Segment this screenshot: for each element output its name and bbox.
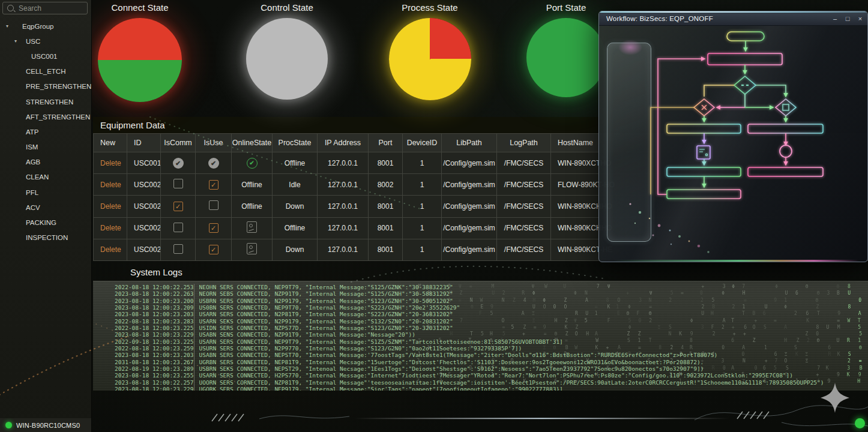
tree-item-aft_strengthen[interactable]: AFT_STRENGTHEN (0, 109, 91, 124)
delete-row-button[interactable]: Delete (100, 245, 121, 254)
log-separator (194, 365, 194, 372)
tree-item-inspection[interactable]: INSPECTION (0, 230, 91, 245)
table-cell: Offline (273, 152, 318, 174)
decision-node[interactable] (734, 76, 756, 94)
log-console[interactable]: 2022-08-18 12:00:22.253NEOHN SERS CONNEC… (93, 281, 868, 391)
tree-item-ism[interactable]: ISM (0, 140, 91, 155)
tree-item-cell_etch[interactable]: CELL_ETCH (0, 64, 91, 79)
tree-item-label: CELL_ETCH (0, 68, 65, 75)
table-cell: Down (273, 239, 318, 260)
search-input[interactable] (17, 4, 80, 13)
log-line: 2023-08-18 12:00:23.200USBRN SERS CONNEC… (93, 298, 868, 304)
table-cell: 8001 (369, 152, 403, 174)
log-separator (194, 331, 194, 338)
tree-item-strengthen[interactable]: STRENGTHEN (0, 94, 91, 109)
task-node-right-2[interactable] (748, 167, 823, 176)
task-node-left-3[interactable] (667, 190, 741, 199)
log-line: 2023-08-18 12:00:22.263NEORN SEBS CONNEC… (93, 290, 868, 297)
column-header: LogPath (497, 134, 551, 152)
equipment-tree: ▾EqpGroup▾USCUSC001CELL_ETCHPRE_STRENGTH… (0, 19, 91, 245)
checkbox-checked[interactable]: ✓ (209, 223, 219, 233)
checkbox-unchecked[interactable] (173, 223, 183, 232)
search-box[interactable] (2, 2, 88, 14)
table-cell: USC002 (127, 217, 161, 239)
gateway-square-node[interactable] (776, 99, 796, 116)
bottom-decoration (91, 389, 868, 432)
task-node-1[interactable] (708, 53, 782, 65)
log-line: 2023-08-18 12:00:23.229UGORK SERS CONNEC… (93, 386, 868, 391)
tree-expand-icon[interactable]: ▾ (14, 38, 17, 44)
delete-row-button[interactable]: Delete (100, 159, 121, 167)
log-message: USBRN SEKS CONNECTED, NEPST29, "Intenoal… (199, 365, 704, 372)
tree-item-usc001[interactable]: USC001 (0, 49, 91, 64)
checkbox-checked[interactable]: ✓ (209, 245, 219, 254)
table-cell: USC002 (127, 174, 161, 196)
log-timestamp: 2022-08-19 12:00:23.289 (93, 365, 194, 372)
tree-item-pfl[interactable]: PFL (0, 185, 91, 200)
log-timestamp: 2023-08-18 12:00:22.263 (93, 290, 194, 297)
log-separator (194, 304, 194, 311)
column-header: IP Address (318, 134, 369, 152)
log-timestamp: 2023-08-18 12:00:23.229 (93, 386, 194, 391)
checkbox-checked[interactable]: ✓ (173, 202, 183, 211)
online-state-cell (232, 217, 273, 239)
log-message: USIDN SERS CONNECTED, NZPS77D, "Internal… (199, 325, 453, 331)
checkbox-unchecked[interactable] (173, 179, 183, 188)
column-header: OnlineState (232, 134, 273, 152)
log-timestamp: 2022-08-18 12:00:23.225 (93, 325, 194, 331)
checkbox-checked[interactable]: ✓ (209, 180, 219, 190)
tree-expand-icon[interactable]: ▾ (6, 23, 8, 29)
maximize-icon[interactable]: □ (844, 15, 851, 22)
checkbox-unchecked[interactable] (173, 244, 183, 254)
tree-item-clean[interactable]: CLEAN (0, 170, 91, 185)
log-line: 2023-08-18 12:00:23.255USARN SERS CONNEC… (93, 372, 868, 379)
table-cell: USC002 (127, 239, 161, 260)
table-cell: 1 (403, 196, 442, 217)
log-separator (194, 372, 194, 379)
minimize-icon[interactable]: – (831, 15, 839, 22)
log-message: USARN SERS CONNECTED, H2PS770, "Internal… (199, 372, 793, 379)
column-header: DeviceID (403, 134, 442, 152)
log-message: USARN SERS CONNECTED, NEP9T79, "Internal… (199, 338, 563, 345)
pie-graphic (389, 18, 471, 100)
table-cell: /FMC/SECS (497, 239, 551, 260)
delete-row-button[interactable]: Delete (100, 202, 121, 211)
log-line: 2023-08-18 12:00:22.257UOORN SERS CORNEC… (93, 379, 868, 386)
tree-item-usc[interactable]: ▾USC (0, 34, 91, 49)
table-cell: /Config/gem.sim (442, 152, 497, 174)
log-line: 2022-08-18 12:00:22.253NEOHN SERS CONNEC… (93, 284, 868, 290)
subprocess-node[interactable] (697, 146, 710, 159)
tree-item-packing[interactable]: PACKING (0, 215, 91, 230)
tree-item-agb[interactable]: AGB (0, 155, 91, 170)
task-node-left-2[interactable] (667, 167, 741, 176)
pie-chart-process-state: Process State (382, 2, 478, 100)
tree-item-acv[interactable]: ACV (0, 200, 91, 215)
column-header: LibPath (442, 134, 497, 152)
workflow-titlebar[interactable]: Workflow: BizSecs: EQP_ONOFF –□× (599, 11, 867, 26)
checkbox-unchecked[interactable] (209, 200, 219, 210)
delete-row-button[interactable]: Delete (100, 224, 121, 232)
log-timestamp: 2023-08-18 12:00:23.203 (93, 352, 194, 358)
tree-item-atp[interactable]: ATP (0, 124, 91, 139)
task-node-right-1[interactable] (748, 124, 823, 133)
event-circle-node[interactable] (780, 145, 792, 157)
check-circle-icon: ✔ (208, 158, 219, 169)
start-node[interactable] (727, 32, 764, 41)
tree-item-eqpgroup[interactable]: ▾EqpGroup (0, 19, 91, 34)
new-row-button[interactable]: New (94, 134, 127, 152)
connection-status-icon (5, 422, 12, 428)
loopback-edge (658, 59, 705, 194)
tree-item-pre_strengthen[interactable]: PRE_STRENGTHEN (0, 79, 91, 94)
delete-row-button[interactable]: Delete (100, 181, 121, 189)
log-separator (194, 318, 194, 325)
task-node-left-1[interactable] (667, 124, 741, 133)
log-separator (194, 338, 194, 345)
log-message: USBRN SERS CONNECTED, N2P9179, "Internal… (199, 298, 453, 304)
pie-chart-connect-state: Connect State (92, 2, 188, 102)
table-cell: Idle (273, 174, 318, 196)
log-line: 2023-08-18 12:00:23.203USARN SERS CONNEC… (93, 311, 868, 317)
close-icon[interactable]: × (857, 15, 864, 22)
log-message: USABN SENS CONNECTED, NZP91T9, "Internal… (199, 331, 415, 338)
table-cell: USC002 (127, 196, 161, 217)
log-line: 2023-08-18 12:00:23.203USABN SERS CONNEC… (93, 352, 868, 358)
